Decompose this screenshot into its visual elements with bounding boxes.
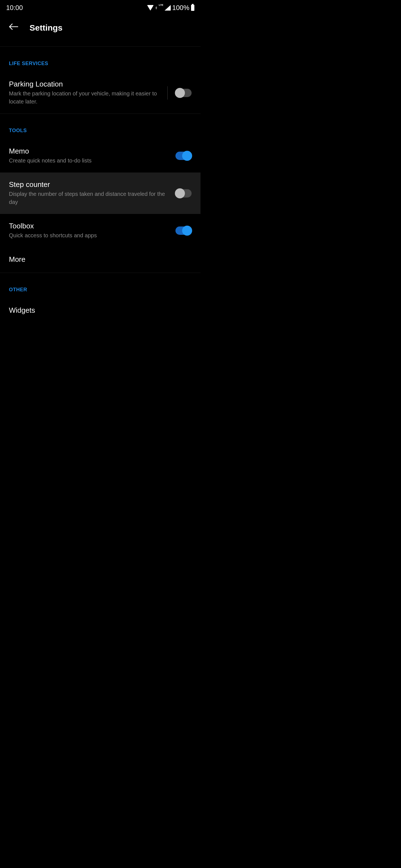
battery-icon: [191, 5, 194, 11]
setting-toolbox[interactable]: Toolbox Quick access to shortcuts and ap…: [0, 214, 200, 247]
setting-text: Step counter Display the number of steps…: [9, 180, 175, 206]
toggle-toolbox[interactable]: [175, 226, 192, 235]
status-time: 10:00: [6, 4, 23, 12]
setting-memo[interactable]: Memo Create quick notes and to-do lists: [0, 139, 200, 173]
setting-desc: Mark the parking location of your vehicl…: [9, 90, 165, 106]
status-icons: ▲▼ LTE: [147, 5, 170, 10]
data-arrows-icon: ▲▼: [155, 6, 157, 9]
battery-percent: 100%: [172, 4, 189, 12]
setting-title: Toolbox: [9, 222, 173, 230]
toggle-memo[interactable]: [175, 152, 192, 160]
section-header-other: OTHER: [0, 273, 200, 298]
setting-step-counter[interactable]: Step counter Display the number of steps…: [0, 173, 200, 214]
setting-title: Memo: [9, 147, 173, 156]
toggle-wrap: [167, 86, 192, 100]
page-title: Settings: [30, 23, 62, 33]
setting-title: Widgets: [9, 306, 189, 315]
setting-more[interactable]: More: [0, 247, 200, 273]
toggle-wrap: [175, 152, 192, 160]
setting-title: Parking Location: [9, 80, 165, 89]
setting-desc: Create quick notes and to-do lists: [9, 157, 173, 165]
setting-text: Widgets: [9, 306, 192, 316]
setting-text: Toolbox Quick access to shortcuts and ap…: [9, 222, 175, 240]
lte-label: LTE: [159, 4, 163, 6]
vertical-divider: [167, 86, 168, 100]
toggle-wrap: [175, 226, 192, 235]
toggle-step-counter[interactable]: [175, 189, 192, 197]
toggle-parking[interactable]: [175, 89, 192, 97]
status-bar: 10:00 ▲▼ LTE 100%: [0, 0, 200, 14]
setting-widgets[interactable]: Widgets: [0, 298, 200, 323]
back-arrow-icon[interactable]: [8, 23, 18, 33]
setting-text: Memo Create quick notes and to-do lists: [9, 147, 175, 165]
setting-text: More: [9, 255, 192, 265]
setting-desc: Display the number of steps taken and di…: [9, 190, 173, 206]
section-header-tools: TOOLS: [0, 114, 200, 139]
setting-parking-location[interactable]: Parking Location Mark the parking locati…: [0, 72, 200, 114]
status-right: ▲▼ LTE 100%: [147, 4, 194, 12]
app-bar: Settings: [0, 14, 200, 46]
setting-text: Parking Location Mark the parking locati…: [9, 80, 167, 106]
setting-title: Step counter: [9, 180, 173, 189]
section-header-life: LIFE SERVICES: [0, 47, 200, 72]
wifi-icon: [147, 5, 154, 10]
setting-title: More: [9, 255, 189, 264]
signal-icon: [165, 5, 171, 10]
toggle-wrap: [175, 189, 192, 197]
setting-desc: Quick access to shortcuts and apps: [9, 231, 173, 240]
